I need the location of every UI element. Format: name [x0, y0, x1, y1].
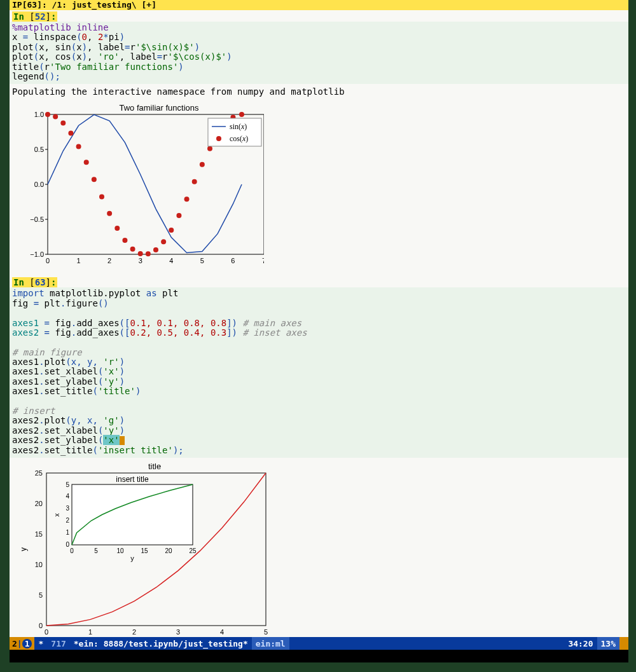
svg-text:2: 2: [132, 628, 136, 636]
svg-text:3: 3: [176, 628, 180, 636]
svg-text:1: 1: [66, 529, 69, 536]
svg-point-29: [114, 226, 120, 231]
editor-window: IP[63]: /1: just_testing\ [+] In [52]: %…: [10, 0, 628, 662]
svg-point-32: [138, 251, 143, 256]
svg-text:0.5: 0.5: [34, 146, 44, 153]
svg-text:4: 4: [220, 628, 224, 636]
svg-text:25: 25: [35, 469, 43, 477]
svg-point-41: [207, 146, 212, 151]
svg-text:2: 2: [66, 517, 69, 524]
svg-text:10: 10: [116, 547, 124, 554]
svg-point-23: [68, 131, 73, 136]
svg-point-36: [169, 228, 174, 233]
svg-text:y: y: [19, 547, 28, 551]
svg-point-40: [200, 162, 205, 167]
svg-point-33: [146, 252, 151, 257]
cell-prompt: In [63]:: [12, 277, 57, 287]
window-titlebar: IP[63]: /1: just_testing\ [+]: [10, 0, 628, 10]
svg-point-34: [153, 247, 158, 252]
svg-text:0: 0: [46, 257, 50, 264]
cell-stdout: Populating the interactive namespace fro…: [10, 84, 628, 99]
statusbar-mode: ein:ml: [252, 637, 289, 650]
svg-text:0: 0: [66, 541, 69, 548]
cell-code[interactable]: import matplotlib.pyplot as plt fig = pl…: [10, 287, 628, 458]
svg-text:1.0: 1.0: [34, 111, 44, 118]
svg-point-28: [107, 211, 112, 216]
svg-text:sin(x): sin(x): [230, 122, 247, 131]
svg-text:0.0: 0.0: [34, 181, 44, 188]
svg-text:5: 5: [200, 257, 204, 264]
svg-text:15: 15: [35, 530, 43, 538]
svg-text:2: 2: [107, 257, 111, 264]
statusbar-end-icon: [619, 637, 628, 650]
svg-point-20: [45, 112, 50, 117]
svg-point-21: [53, 114, 58, 120]
svg-text:20: 20: [165, 547, 172, 554]
svg-text:1: 1: [88, 628, 92, 636]
svg-text:0: 0: [39, 622, 43, 629]
notebook-content[interactable]: In [52]: %matplotlib inline x = linspace…: [10, 10, 628, 637]
minibuffer[interactable]: [10, 650, 628, 662]
svg-point-30: [122, 238, 127, 243]
svg-text:5: 5: [264, 628, 268, 636]
svg-text:y: y: [130, 554, 134, 562]
statusbar-buffer: *ein: 8888/test.ipynb/just_testing*: [70, 637, 252, 650]
statusbar-badges: 2|1: [10, 637, 34, 650]
chart-title-inset: title 0510152025 012345 y x: [10, 458, 628, 637]
svg-text:4: 4: [66, 493, 69, 500]
svg-text:6: 6: [231, 257, 235, 264]
svg-point-31: [130, 247, 135, 252]
svg-text:10: 10: [35, 561, 43, 568]
statusbar: 2|1 * 717 *ein: 8888/test.ipynb/just_tes…: [10, 637, 628, 650]
svg-point-22: [60, 121, 66, 126]
svg-text:20: 20: [35, 500, 43, 507]
svg-point-37: [176, 213, 181, 218]
svg-point-35: [161, 240, 166, 245]
svg-text:3: 3: [139, 257, 142, 264]
svg-text:25: 25: [189, 547, 197, 554]
svg-text:insert title: insert title: [116, 475, 149, 484]
chart-two-familiar-functions: Two familiar functions 1.0 0.5 0.0 −0.5 …: [10, 99, 628, 272]
svg-text:3: 3: [66, 505, 69, 512]
svg-point-26: [92, 177, 97, 182]
svg-point-49: [216, 136, 221, 141]
svg-text:−1.0: −1.0: [30, 250, 44, 258]
svg-text:5: 5: [66, 481, 69, 488]
svg-text:Two familiar functions: Two familiar functions: [120, 103, 199, 113]
svg-point-38: [184, 197, 190, 202]
svg-text:title: title: [148, 462, 161, 471]
statusbar-linenum: 717: [47, 637, 69, 650]
svg-text:x: x: [53, 513, 60, 517]
statusbar-modified: *: [34, 637, 47, 650]
svg-point-45: [239, 112, 244, 117]
text-cursor: [120, 436, 125, 445]
svg-text:0: 0: [45, 628, 48, 636]
cell-prompt: In [52]:: [12, 11, 57, 22]
svg-text:5: 5: [94, 547, 98, 554]
cell-63[interactable]: In [63]: import matplotlib.pyplot as plt…: [10, 277, 628, 637]
svg-text:15: 15: [141, 547, 148, 554]
svg-text:1: 1: [77, 257, 81, 264]
cell-code[interactable]: %matplotlib inline x = linspace(0, 2*pi)…: [10, 22, 628, 84]
svg-point-27: [99, 195, 104, 200]
svg-point-24: [76, 144, 81, 149]
svg-rect-68: [72, 484, 193, 545]
svg-text:5: 5: [39, 591, 43, 599]
svg-point-39: [192, 179, 197, 184]
svg-point-25: [84, 160, 89, 165]
cell-52[interactable]: In [52]: %matplotlib inline x = linspace…: [10, 11, 628, 272]
svg-text:4: 4: [169, 257, 173, 264]
statusbar-pos: 34:20: [564, 637, 597, 650]
statusbar-pct: 13%: [597, 637, 619, 650]
svg-text:0: 0: [70, 547, 74, 554]
svg-text:−0.5: −0.5: [30, 216, 44, 223]
svg-text:cos(x): cos(x): [230, 134, 248, 143]
svg-text:7: 7: [262, 257, 264, 264]
